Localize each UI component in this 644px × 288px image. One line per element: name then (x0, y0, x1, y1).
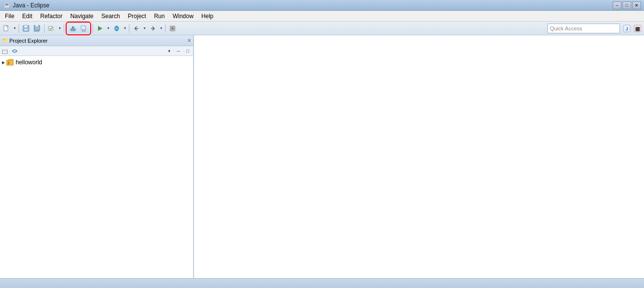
toolbar: ▾ ▾ (0, 22, 644, 35)
svg-marker-18 (98, 26, 102, 31)
status-bar (0, 278, 644, 288)
tree-arrow-icon: ▶ (2, 60, 5, 65)
menu-help[interactable]: Help (198, 11, 218, 21)
svg-rect-10 (71, 28, 75, 31)
separator-2 (44, 24, 45, 33)
menu-refactor[interactable]: Refactor (36, 11, 66, 21)
separator-1 (19, 24, 19, 33)
project-explorer-panel: 📁 Project Explorer ✕ ▾ ─ □ ▶ (0, 35, 194, 278)
app-icon: ☕ (3, 1, 11, 9)
forward-button[interactable] (148, 23, 158, 34)
project-explorer-header: 📁 Project Explorer ✕ (0, 35, 193, 46)
project-explorer-icon: 📁 (2, 38, 8, 43)
menu-file[interactable]: File (1, 11, 18, 21)
svg-text:J: J (625, 26, 628, 31)
menu-run[interactable]: Run (150, 11, 169, 21)
menu-bar: File Edit Refactor Navigate Search Proje… (0, 11, 644, 22)
publish-button[interactable] (46, 23, 57, 34)
collapse-all-button[interactable] (1, 47, 10, 55)
maximize-panel-button[interactable]: □ (183, 47, 192, 55)
window-controls[interactable]: − □ ✕ (613, 1, 641, 9)
run-dropdown[interactable]: ▾ (106, 23, 111, 34)
svg-rect-8 (35, 25, 38, 26)
project-explorer-toolbar: ▾ ─ □ (0, 46, 193, 56)
view-menu-button[interactable]: ▾ (165, 47, 173, 55)
back-button[interactable] (131, 23, 142, 34)
perspective-buttons: J ⬛ (621, 23, 643, 34)
run-button[interactable] (95, 23, 105, 34)
svg-rect-14 (82, 26, 85, 29)
project-explorer-title: Project Explorer (9, 38, 186, 44)
menu-search[interactable]: Search (98, 11, 124, 21)
menu-edit[interactable]: Edit (18, 11, 36, 21)
project-name-label: helloworld (16, 59, 42, 66)
separator-6 (165, 24, 166, 33)
svg-text:J: J (7, 61, 9, 65)
import-export-group (66, 22, 91, 35)
debug-button[interactable] (111, 23, 122, 34)
main-area: 📁 Project Explorer ✕ ▾ ─ □ ▶ (0, 35, 644, 278)
export-button[interactable] (78, 23, 89, 34)
forward-dropdown[interactable]: ▾ (159, 23, 164, 34)
debug-perspective-button[interactable]: ⬛ (632, 23, 643, 34)
editor-area[interactable] (194, 35, 644, 278)
publish-dropdown[interactable]: ▾ (57, 23, 62, 34)
project-icon: J (6, 58, 14, 66)
title-bar: ☕ Java - Eclipse − □ ✕ (0, 0, 644, 11)
java-perspective-button[interactable]: J (621, 23, 632, 34)
save-button[interactable] (21, 23, 31, 34)
separator-3 (64, 24, 64, 33)
svg-rect-30 (2, 50, 7, 53)
svg-text:⬛: ⬛ (635, 26, 640, 31)
menu-project[interactable]: Project (124, 11, 150, 21)
back-dropdown[interactable]: ▾ (142, 23, 147, 34)
link-with-editor-button[interactable] (10, 47, 19, 55)
new-dropdown[interactable]: ▾ (12, 23, 17, 34)
svg-rect-3 (24, 26, 27, 27)
minimize-panel-button[interactable]: ─ (174, 47, 183, 55)
new-button[interactable] (1, 23, 12, 34)
menu-navigate[interactable]: Navigate (66, 11, 97, 21)
quick-access-label: Quick Access (550, 26, 582, 31)
separator-5 (129, 24, 129, 33)
svg-rect-9 (49, 26, 53, 30)
save-all-button[interactable] (32, 23, 43, 34)
debug-dropdown[interactable]: ▾ (123, 23, 127, 34)
window-title: Java - Eclipse (13, 2, 50, 9)
project-explorer-close-button[interactable]: ✕ (187, 38, 191, 43)
svg-rect-4 (24, 28, 28, 31)
tree-item-helloworld[interactable]: ▶ J helloworld (0, 58, 193, 67)
separator-4 (93, 24, 93, 33)
quick-access-input[interactable]: Quick Access (547, 24, 620, 33)
minimize-button[interactable]: − (613, 1, 621, 9)
import-button[interactable] (68, 23, 78, 34)
menu-window[interactable]: Window (169, 11, 198, 21)
extra-tool-button[interactable] (167, 23, 178, 34)
maximize-button[interactable]: □ (622, 1, 631, 9)
svg-rect-17 (82, 30, 85, 31)
close-button[interactable]: ✕ (632, 1, 641, 9)
svg-rect-20 (115, 27, 118, 29)
project-tree: ▶ J helloworld (0, 56, 193, 278)
